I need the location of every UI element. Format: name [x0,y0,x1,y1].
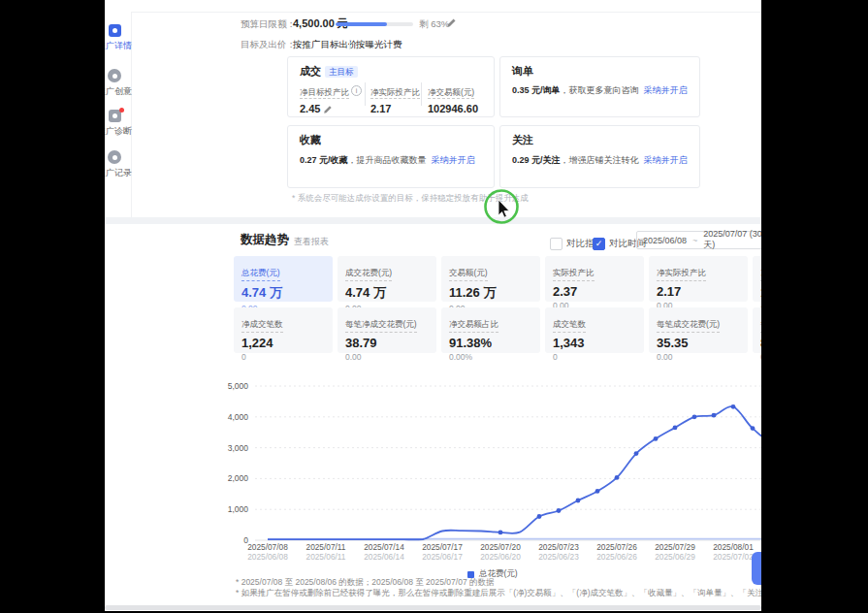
x-tick-label-current: 2025/07/26 [587,542,647,552]
data-point-marker [615,475,620,480]
goal-card-inquiry: 询单 0.35 元/询单，获取更多意向咨询采纳并开启 [499,56,700,117]
adopt-follow-link[interactable]: 采纳并开启 [644,155,688,165]
metric-value: 91.38% [449,336,540,350]
favorite-card-title: 收藏 [300,133,321,147]
main-content: 推广详情推广创意推广诊断推广记录 预算日限额： 4,500.00 元 剩 63%… [105,0,761,611]
primary-goal-badge: 主目标 [325,66,358,78]
x-tick-label-current: 2025/07/08 [238,542,298,552]
click-indicator [479,184,528,233]
data-point-marker [692,414,697,419]
notification-dot [119,108,124,113]
current-series-line [268,406,761,539]
sidebar-item-creative[interactable]: 推广创意 [105,69,142,98]
sidebar-diagnosis-icon [109,110,121,122]
compare-time-checkbox[interactable]: ✓ [593,238,605,250]
budget-remaining: 剩 63% [419,18,449,31]
footnote-2: * 如果推广在暂停或删除前已经获得了曝光，那么在暂停或删除重建后展示「(净)交易… [236,588,761,599]
compare-metric-checkbox[interactable] [550,238,563,250]
deal-card-title: 成交 [300,64,321,79]
metric-tile[interactable]: 成交花费(元)4.74 万0.00 [338,256,436,302]
metric-tile[interactable]: 每笔成交金额(元)83.890.00 [753,307,761,353]
data-point-marker [654,436,659,441]
trend-chart[interactable] [231,376,761,553]
bidding-divider [349,40,350,49]
metric-tile[interactable]: 总花费(元)4.74 万0.00 [234,256,333,302]
data-point-marker [731,404,736,409]
x-tick-label-compare: 2025/06/20 [470,552,530,562]
sidebar-item-details[interactable]: 推广详情 [105,24,142,52]
metric-tile[interactable]: 成交笔数1,3430 [545,307,644,353]
metric-value: 1,224 [241,336,333,350]
follow-card-title: 关注 [512,133,533,147]
deal-stat-3: 净交易额(元) 102946.60 [428,81,478,114]
metric-value: 11.26 万 [449,284,540,302]
data-point-marker [595,489,600,494]
metric-label: 净实际投产比 [657,268,706,281]
x-tick-label-compare: 2025/06/14 [354,552,414,562]
deal-stat-1: 净目标投产比i 2.45 [300,81,362,114]
sidebar-item-label: 推广记录 [105,167,142,179]
x-tick-label-compare: 2025/06/11 [296,552,356,562]
metric-value: 4.74 万 [345,284,436,302]
sidebar-item-label: 推广诊断 [105,125,142,138]
metric-compare-value: 0.00 [657,352,748,362]
sidebar-item-label: 推广创意 [105,85,142,98]
metric-tile[interactable]: 净交易额占比91.38%0.00% [441,307,540,353]
sidebar-details-icon [109,24,121,37]
bidding-option-impression[interactable]: 按曝光计费 [356,39,402,51]
metric-tile[interactable]: 每笔净成交花费(元)38.790.00 [338,307,436,353]
metric-tile[interactable]: 净成交笔数1,2240 [234,307,333,353]
metric-label: 实际投产比 [553,268,595,281]
metric-value: 2.37 [553,284,644,299]
edit-budget-icon[interactable] [446,17,457,28]
x-tick-label-compare: 2025/06/23 [529,552,589,562]
sidebar-item-diagnosis[interactable]: 推广诊断 [105,110,142,138]
metric-compare-value: 0 [241,352,333,362]
x-tick-label-current: 2025/07/23 [529,542,589,552]
metric-tile[interactable]: 净实际投产比2.170.00 [649,256,748,302]
edit-roi-icon[interactable] [323,105,333,114]
top-strip [105,0,761,13]
metric-label: 成交花费(元) [345,268,392,281]
x-tick-label-compare: 2025/06/29 [645,552,705,562]
metric-tile[interactable]: 净交易额(元)10.29 万0.00 [753,256,761,302]
sidebar-records-icon [108,150,121,164]
metric-compare-value: 0 [553,352,644,362]
metric-value: 35.35 [657,336,748,350]
metric-value: 38.79 [345,336,436,350]
section-divider [105,217,761,224]
metric-tile[interactable]: 每笔成交花费(元)35.350.00 [649,307,748,353]
side-drawer-handle[interactable] [752,552,761,585]
metric-tile[interactable]: 交易额(元)11.26 万0.00 [441,256,540,302]
horizontal-scrollbar[interactable] [105,605,761,610]
metric-tile[interactable]: 实际投产比2.370.00 [545,256,644,302]
sidebar-item-records[interactable]: 推广记录 [105,150,142,179]
data-point-marker [673,426,678,431]
sidebar-creative-icon [108,69,121,82]
info-icon[interactable]: i [351,85,362,96]
data-point-marker [557,508,562,513]
sidebar-item-label: 推广详情 [105,40,142,52]
x-tick-label-current: 2025/07/17 [412,542,472,552]
date-range-input[interactable]: 2025/06/08 ~ 2025/07/07 (30天) [636,231,761,249]
x-tick-label-compare: 2025/06/26 [587,552,647,562]
trend-title: 数据趋势 [241,232,289,248]
adopt-favorite-link[interactable]: 采纳并开启 [432,155,475,165]
metric-label: 交易额(元) [449,268,488,281]
metric-label: 每笔净成交花费(元) [345,319,417,333]
bidding-option-goal[interactable]: 按推广目标出价 [293,39,358,51]
budget-label: 预算日限额： [241,18,296,31]
metric-value: 2.17 [657,284,748,299]
view-report-link[interactable]: 查看报表 [294,236,329,248]
bidding-label: 目标及出价： [241,39,296,51]
metric-compare-value: 0.00 [345,352,436,362]
x-tick-label-current: 2025/07/20 [470,542,530,552]
metric-compare-value: 0.00% [449,352,540,362]
metric-label: 每笔成交花费(元) [657,319,720,333]
adopt-inquiry-link[interactable]: 采纳并开启 [644,85,688,95]
x-tick-label-compare: 2025/06/08 [238,552,298,562]
x-tick-label-current: 2025/07/11 [296,542,356,552]
deal-stat-2: 净实际投产比 2.17 [370,81,420,114]
x-tick-label-current: 2025/07/29 [645,542,705,552]
metric-value: 4.74 万 [241,284,333,302]
